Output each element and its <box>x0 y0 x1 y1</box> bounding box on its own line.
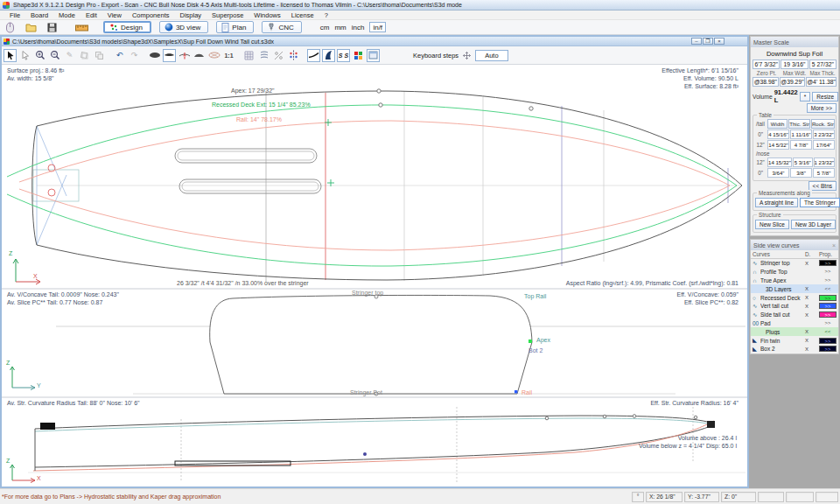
curve-row-plugs[interactable]: Plugs X << <box>751 327 838 336</box>
thickness-view-icon[interactable] <box>163 49 176 62</box>
curve-row-3d-layers[interactable]: 3D Layers X << <box>751 284 838 293</box>
width-value[interactable]: 19 3/16" <box>780 60 808 69</box>
prop-button[interactable]: >> <box>819 277 836 284</box>
prop-button[interactable]: << <box>819 329 836 335</box>
plan-mode-button[interactable]: Plan <box>216 21 254 33</box>
col-thickness-button[interactable]: Thic. Str <box>788 119 810 129</box>
select-points-tool-icon[interactable] <box>18 49 32 62</box>
mdi-close-button[interactable]: × <box>714 38 724 45</box>
max-wdt-value[interactable]: @39.29" <box>780 77 806 87</box>
new-3d-layer-button[interactable]: New 3D Layer <box>791 220 836 229</box>
prop-button[interactable]: >> <box>819 346 836 352</box>
rail-point-marker[interactable] <box>514 390 517 393</box>
slice-view-icon[interactable] <box>178 49 191 62</box>
mouse-settings-icon[interactable] <box>4 22 17 33</box>
menu-help[interactable]: ? <box>319 11 333 19</box>
menu-view[interactable]: View <box>102 11 127 19</box>
box-slot[interactable] <box>179 179 321 193</box>
new-slice-button[interactable]: New Slice <box>755 220 789 229</box>
col-rocker-button[interactable]: Rock. Str <box>811 119 835 129</box>
col-width-button[interactable]: Width <box>767 119 788 129</box>
curve-row-recessed-deck[interactable]: ○ Recessed Deck X >> <box>751 293 838 302</box>
unit-inf[interactable]: in/f <box>369 22 386 32</box>
slice-section-curve[interactable] <box>210 295 532 394</box>
unit-cm[interactable]: cm <box>320 24 330 32</box>
prop-button[interactable]: >> <box>819 338 836 344</box>
deck-profile-curve[interactable] <box>35 416 710 429</box>
rocker-curve-icon[interactable] <box>307 49 320 62</box>
3d-view-button[interactable]: 3D view <box>159 21 208 33</box>
fin-icon[interactable] <box>322 49 335 62</box>
undo-icon[interactable]: ↶ <box>113 49 126 62</box>
menu-windows[interactable]: Windows <box>248 11 285 19</box>
prop-button[interactable]: >> <box>819 312 836 318</box>
auto-button[interactable]: Auto <box>475 50 508 61</box>
close-icon[interactable]: × <box>832 242 836 248</box>
properties-panel-icon[interactable] <box>367 49 380 62</box>
profile-view[interactable]: Av. Str. Curvature Radius Tail: 88' 0" N… <box>2 398 747 486</box>
curve-row-true-apex[interactable]: ∩ True Apex >> <box>751 276 838 285</box>
prop-button[interactable]: >> <box>819 303 836 309</box>
cursor-tool-icon[interactable] <box>4 49 17 62</box>
open-file-icon[interactable] <box>24 22 38 33</box>
outline-view[interactable]: Surface proj.: 8.46 ft² Av. width: 15 5/… <box>2 65 747 290</box>
menu-edit[interactable]: Edit <box>80 11 102 19</box>
zoom-in-icon[interactable] <box>33 49 46 62</box>
prop-button[interactable]: << <box>819 286 836 292</box>
redo-icon[interactable]: ↷ <box>128 49 141 62</box>
menu-mode[interactable]: Mode <box>53 11 80 19</box>
max-thck-value[interactable]: @4' 11.38" <box>806 77 836 87</box>
fin-box[interactable] <box>40 423 55 430</box>
prop-button[interactable]: >> <box>819 269 836 275</box>
prop-button[interactable]: >> <box>819 320 836 326</box>
zero-pt-value[interactable]: @38.98" <box>752 77 779 87</box>
master-scale-header[interactable]: Master Scale <box>751 37 838 47</box>
menu-file[interactable]: File <box>4 11 25 19</box>
menu-components[interactable]: Components <box>127 11 175 19</box>
bottom-rocker-curve[interactable] <box>35 426 710 467</box>
curve-row-pad[interactable]: 00 Pad >> <box>751 319 838 328</box>
prop-button[interactable]: >> <box>819 260 836 266</box>
curve-row-fin-twin[interactable]: ◣ Fin twin X >> <box>751 336 838 345</box>
copy-tool-icon[interactable] <box>93 49 106 62</box>
curvature-icon[interactable]: S S <box>337 49 350 62</box>
save-icon[interactable] <box>46 22 59 33</box>
straight-line-button[interactable]: A straight line <box>755 198 798 207</box>
curve-row-profile-top[interactable]: ∩ Profile Top >> <box>751 268 838 276</box>
menu-superpose[interactable]: Superpose <box>206 11 248 19</box>
zoom-1-1-icon[interactable]: 1:1 <box>222 49 235 62</box>
menu-display[interactable]: Display <box>174 11 206 19</box>
ruler-icon[interactable] <box>75 22 88 33</box>
wireframe-view-icon[interactable] <box>207 49 220 62</box>
side-view-curves-header[interactable]: Side view curves × <box>751 240 838 250</box>
menu-license[interactable]: License <box>286 11 319 19</box>
deck-view-icon[interactable] <box>192 49 206 62</box>
unit-inch[interactable]: inch <box>352 24 365 32</box>
measure-icon[interactable] <box>272 49 285 62</box>
document-titlebar[interactable]: C:\Users\thoma\Documents\S3d models\Shap… <box>2 37 747 46</box>
stringer-button[interactable]: The Stringer <box>800 198 840 207</box>
outline-view-icon[interactable] <box>148 49 161 62</box>
curve-row-side-tail-cut[interactable]: ∿ Side tail cut X >> <box>751 311 838 319</box>
resize-button[interactable]: Resize <box>812 92 838 102</box>
control-point[interactable] <box>48 189 55 196</box>
grid-icon[interactable] <box>242 49 256 62</box>
rotate-tool-icon[interactable] <box>78 49 91 62</box>
length-value[interactable]: 6'7 3/32" <box>752 60 780 69</box>
cnc-mode-button[interactable]: CNC <box>262 21 301 33</box>
apex-marker[interactable] <box>377 89 381 93</box>
slices-stack-icon[interactable] <box>257 49 270 62</box>
apex-point-marker[interactable] <box>528 340 532 343</box>
box-slot[interactable] <box>175 149 317 163</box>
star-button[interactable]: * <box>800 92 811 102</box>
curve-row-box-2[interactable]: ◣ Box 2 X >> <box>751 345 838 354</box>
more-button[interactable]: More >> <box>807 103 836 113</box>
design-mode-button[interactable]: Design <box>103 21 151 33</box>
unit-mm[interactable]: mm <box>334 24 346 32</box>
mdi-minimize-button[interactable]: – <box>691 38 702 45</box>
edit-pen-icon[interactable]: ✎ <box>63 49 76 62</box>
menu-board[interactable]: Board <box>25 11 53 19</box>
prop-button[interactable]: >> <box>819 295 836 301</box>
selected-point[interactable] <box>363 452 367 456</box>
thickness-value[interactable]: 5 27/32" <box>809 60 836 69</box>
